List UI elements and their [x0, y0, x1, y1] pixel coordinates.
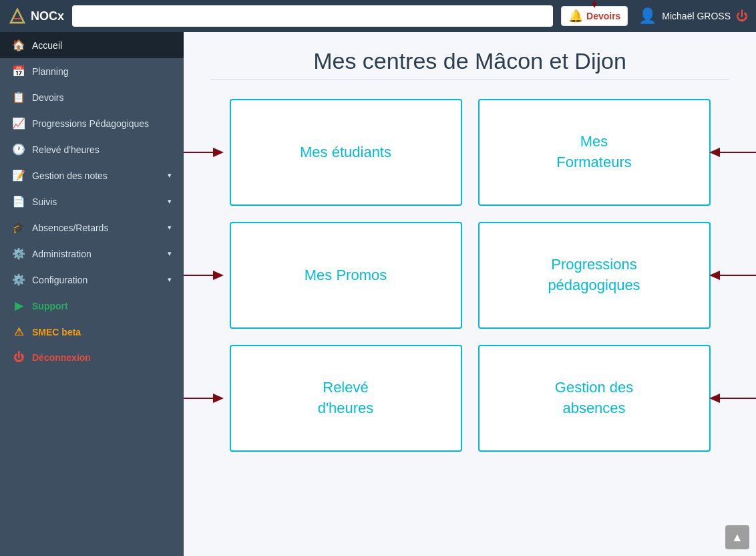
annotation-3: 3 [184, 267, 224, 283]
power-sidebar-icon: ⏻ [12, 352, 25, 364]
card-formateurs-label: MesFormateurs [556, 132, 631, 173]
sidebar-item-devoirs[interactable]: 📋 Devoirs [0, 84, 184, 110]
arrow-3-icon [184, 267, 224, 283]
user-name: Michaël GROSS [662, 11, 731, 21]
config-icon: ⚙️ [12, 273, 25, 286]
sidebar-label-progressions: Progressions Pédagogiques [32, 118, 149, 129]
sidebar-label-smec: SMEC beta [32, 327, 81, 337]
card-gestion-absences-label: Gestion desabsences [555, 378, 633, 419]
sidebar-item-deconnexion[interactable]: ⏻ Déconnexion [0, 345, 184, 370]
sidebar-item-planning[interactable]: 📅 Planning [0, 58, 184, 84]
calendar-icon: 📅 [12, 65, 25, 78]
annotation-7: 7 [588, 0, 601, 9]
sidebar-item-releve[interactable]: 🕐 Relevé d'heures [0, 136, 184, 162]
sidebar-label-devoirs: Devoirs [32, 92, 63, 103]
arrow-4-icon [709, 267, 756, 283]
svg-marker-16 [709, 394, 720, 403]
navbar: NOCx 7 🔔 Devoirs 👤 Michaël GROSS ⏻ [0, 0, 756, 32]
dropdown-chevron-notes: ▾ [168, 171, 172, 180]
clipboard-icon: 📋 [12, 91, 25, 104]
scroll-top-button[interactable]: ▲ [725, 525, 749, 549]
card-etudiants[interactable]: Mes étudiants [230, 99, 462, 206]
sidebar-label-suivis: Suivis [32, 196, 57, 207]
svg-marker-0 [11, 9, 24, 23]
title-divider [210, 80, 729, 80]
card-etudiants-wrap: 1 Mes étudiants [230, 99, 462, 206]
card-pedagogiques-wrap: 4 Progressionspédagogiques [478, 222, 711, 329]
svg-marker-4 [592, 3, 597, 8]
search-wrapper [72, 5, 553, 27]
annotation-2: 2 [709, 144, 756, 160]
card-releve-label: Relevéd'heures [318, 378, 374, 419]
sidebar-item-administration[interactable]: ⚙️ Administration ▾ [0, 241, 184, 267]
user-info: 👤 Michaël GROSS ⏻ [638, 7, 748, 25]
dropdown-chevron-suivis: ▾ [168, 197, 172, 206]
card-promos-label: Mes Promos [305, 265, 387, 286]
svg-marker-12 [709, 271, 720, 280]
dropdown-chevron-config: ▾ [168, 275, 172, 284]
sidebar-item-progressions[interactable]: 📈 Progressions Pédagogiques [0, 110, 184, 136]
sidebar-item-smec[interactable]: ⚠ SMEC beta [0, 319, 184, 345]
svg-marker-1 [11, 9, 24, 23]
brand-icon [8, 7, 27, 25]
card-pedagogiques[interactable]: Progressionspédagogiques [478, 222, 711, 329]
svg-marker-14 [213, 394, 224, 403]
sidebar-label-deconnexion: Déconnexion [32, 352, 91, 363]
main-content: Mes centres de Mâcon et Dijon 1 Mes étud… [184, 32, 756, 556]
suivis-icon: 📄 [12, 195, 25, 208]
sidebar-label-accueil: Accueil [32, 40, 62, 51]
svg-marker-8 [709, 148, 720, 157]
sidebar-item-suivis[interactable]: 📄 Suivis ▾ [0, 188, 184, 215]
chevron-up-icon: ▲ [731, 531, 743, 545]
arrow-down-icon [588, 0, 601, 9]
annotation-1: 1 [184, 144, 224, 160]
sidebar-label-administration: Administration [32, 249, 91, 259]
brand-name: NOCx [31, 9, 64, 23]
annotation-6: 6 [709, 390, 756, 406]
power-icon[interactable]: ⏻ [736, 9, 748, 23]
card-formateurs[interactable]: MesFormateurs [478, 99, 711, 206]
annotation-4: 4 [709, 267, 756, 283]
admin-icon: ⚙️ [12, 247, 25, 260]
svg-marker-6 [213, 148, 224, 157]
absences-icon: 🎓 [12, 221, 25, 234]
card-releve-wrap: 5 Relevéd'heures [230, 345, 462, 452]
sidebar-label-absences: Absences/Retards [32, 223, 108, 233]
sidebar-label-releve: Relevé d'heures [32, 144, 100, 155]
arrow-5-icon [184, 390, 224, 406]
card-formateurs-wrap: 2 MesFormateurs [478, 99, 711, 206]
layout: 🏠 Accueil 📅 Planning 📋 Devoirs 📈 Progres… [0, 32, 756, 556]
sidebar-item-configuration[interactable]: ⚙️ Configuration ▾ [0, 267, 184, 293]
card-gestion-absences[interactable]: Gestion desabsences [478, 345, 711, 452]
annotation-5: 5 [184, 390, 224, 406]
support-icon: ▶ [12, 299, 25, 312]
card-promos[interactable]: Mes Promos [230, 222, 462, 329]
sidebar: 🏠 Accueil 📅 Planning 📋 Devoirs 📈 Progres… [0, 32, 184, 556]
card-etudiants-label: Mes étudiants [300, 142, 391, 163]
sidebar-item-gestion-notes[interactable]: 📝 Gestion des notes ▾ [0, 162, 184, 188]
search-input[interactable] [72, 5, 553, 27]
clock-icon: 🕐 [12, 143, 25, 156]
brand-logo[interactable]: NOCx [8, 7, 64, 25]
notes-icon: 📝 [12, 169, 25, 182]
sidebar-label-configuration: Configuration [32, 275, 87, 285]
devoirs-label: Devoirs [586, 11, 620, 21]
arrow-1-icon [184, 144, 224, 160]
card-releve[interactable]: Relevéd'heures [230, 345, 462, 452]
home-icon: 🏠 [12, 39, 25, 51]
sidebar-label-planning: Planning [32, 66, 69, 77]
sidebar-label-support: Support [32, 301, 68, 311]
dropdown-chevron-admin: ▾ [168, 249, 172, 258]
cards-grid: 1 Mes étudiants 2 [230, 99, 711, 452]
dropdown-chevron-absences: ▾ [168, 223, 172, 232]
sidebar-item-support[interactable]: ▶ Support [0, 293, 184, 319]
page-title: Mes centres de Mâcon et Dijon [210, 48, 729, 74]
arrow-2-icon [709, 144, 756, 160]
card-gestion-absences-wrap: 6 Gestion desabsences [478, 345, 711, 452]
sidebar-item-absences[interactable]: 🎓 Absences/Retards ▾ [0, 215, 184, 241]
sidebar-item-accueil[interactable]: 🏠 Accueil [0, 32, 184, 58]
svg-marker-10 [213, 271, 224, 280]
card-pedagogiques-label: Progressionspédagogiques [548, 255, 640, 296]
smec-icon: ⚠ [12, 325, 25, 338]
card-promos-wrap: 3 Mes Promos [230, 222, 462, 329]
